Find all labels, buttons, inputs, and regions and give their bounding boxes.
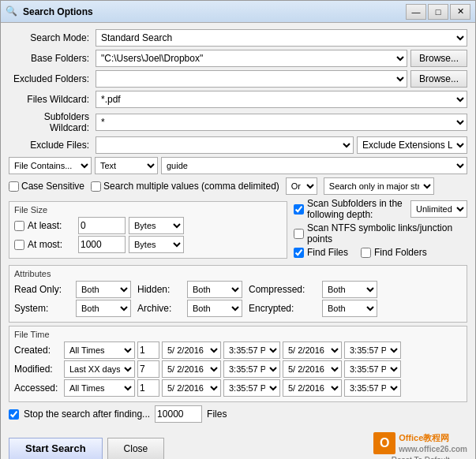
exclude-files-row: Exclude Files: Exclude Extensions List — [9, 136, 467, 154]
file-time-box: File Time Created: All Times 5/ 2/2016 3… — [9, 326, 467, 402]
checkboxes-row: Case Sensitive Search multiple values (c… — [9, 177, 467, 195]
scan-ntfs-label[interactable]: Scan NTFS symbolic links/junction points — [294, 222, 467, 244]
scan-ntfs-checkbox[interactable] — [294, 229, 304, 239]
left-col: File Size At least: Bytes At most: — [9, 198, 287, 262]
subfolders-wildcard-select[interactable]: * — [96, 114, 467, 131]
excluded-folders-select[interactable] — [96, 70, 407, 88]
find-files-label[interactable]: Find Files — [294, 247, 348, 258]
office-site-name: Office教程网 — [399, 432, 467, 443]
text-type-select[interactable]: Text — [95, 157, 158, 174]
created-time1-select[interactable]: 3:35:57 P — [223, 341, 280, 359]
exclude-extensions-select[interactable]: Exclude Extensions List — [357, 136, 467, 154]
accessed-date2-select[interactable]: 5/ 2/2016 — [283, 379, 342, 397]
encrypted-label: Encrypted: — [249, 303, 316, 314]
at-most-input[interactable] — [78, 236, 126, 253]
office-logo-row: O Office教程网 www.office26.com — [373, 432, 467, 454]
stop-search-checkbox[interactable] — [9, 409, 19, 420]
at-most-unit-select[interactable]: Bytes — [129, 236, 184, 253]
modified-date1-select[interactable]: 5/ 2/2016 — [162, 360, 221, 378]
office-logo-icon: O — [373, 432, 395, 454]
attr-row-2: System: Both Archive: Both Encrypted: Bo… — [14, 300, 462, 317]
exclude-files-label: Exclude Files: — [9, 140, 96, 151]
at-least-input[interactable] — [78, 217, 126, 234]
find-folders-label[interactable]: Find Folders — [361, 247, 427, 258]
excluded-folders-browse-button[interactable]: Browse... — [410, 70, 467, 88]
base-folders-browse-button[interactable]: Browse... — [410, 50, 467, 67]
modified-num-input[interactable] — [137, 360, 159, 378]
accessed-mode-select[interactable]: All Times — [64, 379, 135, 397]
read-only-select[interactable]: Both — [76, 281, 131, 298]
at-least-unit-select[interactable]: Bytes — [129, 217, 184, 234]
attr-row-1: Read Only: Both Hidden: Both Compressed:… — [14, 281, 462, 298]
created-num-input[interactable] — [137, 341, 159, 359]
accessed-date1-select[interactable]: 5/ 2/2016 — [162, 379, 221, 397]
files-wildcard-select[interactable]: *.pdf — [96, 91, 467, 108]
exclude-files-select[interactable] — [96, 136, 354, 154]
hidden-select[interactable]: Both — [187, 281, 242, 298]
archive-select[interactable]: Both — [187, 300, 242, 317]
modified-time2-select[interactable]: 3:35:57 P — [344, 360, 401, 378]
depth-select[interactable]: Unlimited — [410, 200, 467, 218]
office-logo-area: O Office教程网 www.office26.com Reset To De… — [373, 432, 467, 459]
scan-subfolders-checkbox[interactable] — [294, 204, 304, 215]
maximize-button[interactable]: □ — [428, 4, 448, 20]
base-folders-select[interactable]: "C:\Users\Joel\Dropbox" — [96, 50, 407, 67]
window-icon: 🔍 — [6, 6, 18, 18]
encrypted-select[interactable]: Both — [322, 300, 377, 317]
at-most-row: At most: Bytes — [14, 236, 282, 253]
contains-value-select[interactable]: guide — [161, 157, 467, 174]
accessed-time2-select[interactable]: 3:35:57 P — [344, 379, 401, 397]
search-multiple-checkbox[interactable] — [91, 181, 101, 192]
find-files-checkbox[interactable] — [294, 248, 304, 258]
excluded-folders-wrap: Browse... — [96, 70, 467, 88]
created-date2-select[interactable]: 5/ 2/2016 — [283, 341, 342, 359]
compressed-select[interactable]: Both — [322, 281, 377, 298]
system-select[interactable]: Both — [76, 300, 131, 317]
created-date1-select[interactable]: 5/ 2/2016 — [162, 341, 221, 359]
or-select[interactable]: Or — [286, 177, 317, 195]
modified-time1-select[interactable]: 3:35:57 P — [223, 360, 280, 378]
exclude-files-wrap: Exclude Extensions List — [96, 136, 467, 154]
title-bar: 🔍 Search Options — □ ✕ — [1, 1, 475, 23]
two-col-section: File Size At least: Bytes At most: — [9, 198, 467, 262]
base-folders-label: Base Folders: — [9, 53, 96, 64]
created-row: Created: All Times 5/ 2/2016 3:35:57 P 5… — [14, 341, 462, 359]
close-button[interactable]: ✕ — [450, 4, 470, 20]
files-label: Files — [207, 409, 227, 420]
search-mode-select[interactable]: Standard Search — [96, 29, 467, 47]
modified-date2-select[interactable]: 5/ 2/2016 — [283, 360, 342, 378]
subfolders-wildcard-label: Subfolders Wildcard: — [9, 111, 96, 133]
search-multiple-label[interactable]: Search multiple values (comma delimited) — [91, 181, 279, 192]
file-contains-select[interactable]: File Contains... — [9, 157, 92, 174]
search-major-select[interactable]: Search only in major stre — [324, 177, 434, 195]
read-only-label: Read Only: — [14, 284, 69, 295]
search-mode-label: Search Mode: — [9, 32, 96, 43]
at-least-label: At least: — [28, 220, 75, 231]
compressed-label: Compressed: — [249, 284, 316, 295]
office-site-url: www.office26.com — [399, 444, 467, 454]
start-search-button[interactable]: Start Search — [9, 438, 103, 460]
case-sensitive-checkbox[interactable] — [9, 181, 19, 192]
bottom-bar: Start Search Close O Office教程网 www.offic… — [9, 429, 467, 459]
reset-default[interactable]: Reset To Default — [392, 456, 450, 459]
at-most-label: At most: — [28, 239, 75, 250]
at-least-checkbox[interactable] — [14, 221, 24, 231]
find-folders-checkbox[interactable] — [361, 248, 371, 258]
minimize-button[interactable]: — — [406, 4, 426, 20]
at-least-row: At least: Bytes — [14, 217, 282, 234]
modified-row: Modified: Last XX days 5/ 2/2016 3:35:57… — [14, 360, 462, 378]
created-time2-select[interactable]: 3:35:57 P — [344, 341, 401, 359]
stop-count-input[interactable] — [155, 405, 202, 423]
base-folders-wrap: "C:\Users\Joel\Dropbox" Browse... — [96, 50, 467, 67]
accessed-num-input[interactable] — [137, 379, 159, 397]
accessed-time1-select[interactable]: 3:35:57 P — [223, 379, 280, 397]
archive-label: Archive: — [137, 303, 181, 314]
created-mode-select[interactable]: All Times — [64, 341, 135, 359]
at-most-checkbox[interactable] — [14, 240, 24, 250]
file-size-box: File Size At least: Bytes At most: — [9, 201, 287, 259]
case-sensitive-label[interactable]: Case Sensitive — [9, 181, 84, 192]
modified-mode-select[interactable]: Last XX days — [64, 360, 135, 378]
base-folders-row: Base Folders: "C:\Users\Joel\Dropbox" Br… — [9, 50, 467, 67]
close-main-button[interactable]: Close — [107, 438, 165, 460]
scan-subfolders-label[interactable]: Scan Subfolders in the following depth: … — [294, 198, 467, 220]
